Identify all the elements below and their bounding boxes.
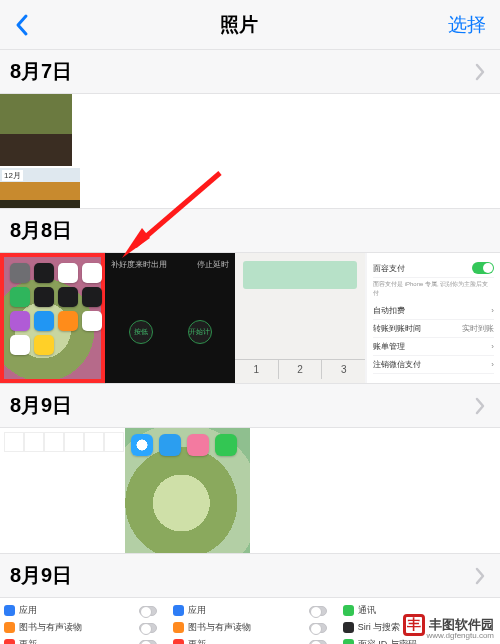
- caption: 面容支付是 iPhone 专属, 识别你为主脸后支付: [373, 278, 494, 302]
- label: Siri 与搜索: [358, 621, 401, 634]
- label: 面容 ID 与密码: [358, 638, 417, 644]
- section-title: 8月9日: [10, 392, 72, 419]
- label: 自动扣费: [373, 305, 405, 316]
- switch-icon: [309, 640, 327, 645]
- switch-icon: [309, 606, 327, 616]
- app-icon: [4, 622, 15, 633]
- chevron-right-icon: [474, 63, 486, 81]
- toggle-icon: [472, 262, 494, 274]
- label: 更新: [19, 638, 37, 644]
- app-icon: [82, 263, 102, 283]
- app-icon: [343, 622, 354, 633]
- app-icon: [343, 639, 354, 644]
- section-header-aug9b[interactable]: 8月9日: [0, 553, 500, 598]
- back-icon[interactable]: [14, 13, 30, 37]
- app-icon: [58, 287, 78, 307]
- label: 账单管理: [373, 341, 405, 352]
- app-icon: [131, 434, 153, 456]
- photo-row-aug9a: [0, 428, 500, 553]
- app-icon: [10, 335, 30, 355]
- nav-bar: 照片 选择: [0, 0, 500, 50]
- photo-row-aug8: 补好度来时出用停止延时 按低 开始计 1 2 3 面容支付 面容支付是 iPho…: [0, 253, 500, 383]
- tab: 1: [235, 360, 279, 379]
- switch-icon: [139, 606, 157, 616]
- tab: 3: [322, 360, 365, 379]
- app-icon: [4, 639, 15, 644]
- app-icon: [187, 434, 209, 456]
- chevron-right-icon: [474, 567, 486, 585]
- badge: 12月: [2, 170, 23, 181]
- label: 面容支付: [373, 263, 405, 274]
- app-icon: [215, 434, 237, 456]
- app-icon: [58, 311, 78, 331]
- app-icon: [10, 287, 30, 307]
- label: 停止延时: [197, 259, 229, 270]
- tab: 2: [279, 360, 323, 379]
- photo-thumb-settings[interactable]: 面容支付 面容支付是 iPhone 专属, 识别你为主脸后支付 自动扣费› 转账…: [365, 253, 500, 383]
- app-icon: [10, 311, 30, 331]
- label: 更新: [188, 638, 206, 644]
- label: 通讯: [358, 604, 376, 617]
- label: 应用: [188, 604, 206, 617]
- section-header-aug7[interactable]: 8月7日: [0, 50, 500, 94]
- app-icon: [58, 263, 78, 283]
- label: 图书与有声读物: [19, 621, 82, 634]
- circle-button: 开始计: [188, 320, 212, 344]
- section-title: 8月8日: [10, 217, 72, 244]
- app-icon: [173, 639, 184, 644]
- app-icon: [34, 263, 54, 283]
- photo-thumb-homescreen2[interactable]: [125, 428, 250, 553]
- watermark-url: www.dgfengtu.com: [426, 631, 494, 640]
- app-icon: [34, 311, 54, 331]
- switch-icon: [309, 623, 327, 633]
- app-icon: [34, 335, 54, 355]
- select-button[interactable]: 选择: [448, 12, 486, 38]
- chevron-right-icon: [474, 397, 486, 415]
- app-icon: [4, 605, 15, 616]
- section-title: 8月7日: [10, 58, 72, 85]
- app-icon: [343, 605, 354, 616]
- section-title: 8月9日: [10, 562, 72, 589]
- label: 转账到账时间: [373, 323, 421, 334]
- photo-grid-aug7: 12月: [0, 94, 500, 208]
- photo-thumb[interactable]: 12月: [0, 168, 40, 208]
- photo-thumb-homescreen-highlighted[interactable]: [0, 253, 105, 383]
- photo-thumb-settings-list[interactable]: 应用 图书与有声读物 更新: [4, 602, 157, 644]
- label: 图书与有声读物: [188, 621, 251, 634]
- section-header-aug8[interactable]: 8月8日: [0, 208, 500, 253]
- photo-thumb-dark-ui[interactable]: 补好度来时出用停止延时 按低 开始计: [105, 253, 235, 383]
- watermark: 丰 丰图软件园 www.dgfengtu.com: [403, 614, 494, 636]
- photo-thumb[interactable]: [0, 94, 72, 166]
- app-icon: [34, 287, 54, 307]
- label: 补好度来时出用: [111, 259, 167, 270]
- circle-button: 按低: [129, 320, 153, 344]
- page-title: 照片: [220, 12, 258, 38]
- empty-cells: [4, 432, 124, 452]
- watermark-logo-icon: 丰: [403, 614, 425, 636]
- app-icon: [82, 311, 102, 331]
- app-icon: [173, 605, 184, 616]
- app-icon: [159, 434, 181, 456]
- photo-thumb-settings-list[interactable]: 应用 图书与有声读物 更新: [173, 602, 326, 644]
- photo-thumb-mint-ui[interactable]: 1 2 3: [235, 253, 365, 383]
- app-icon: [10, 263, 30, 283]
- switch-icon: [139, 623, 157, 633]
- section-header-aug9a[interactable]: 8月9日: [0, 383, 500, 428]
- app-icon: [82, 287, 102, 307]
- photo-thumb[interactable]: [40, 168, 80, 208]
- label: 注销微信支付: [373, 359, 421, 370]
- label: 应用: [19, 604, 37, 617]
- app-icon: [173, 622, 184, 633]
- switch-icon: [139, 640, 157, 645]
